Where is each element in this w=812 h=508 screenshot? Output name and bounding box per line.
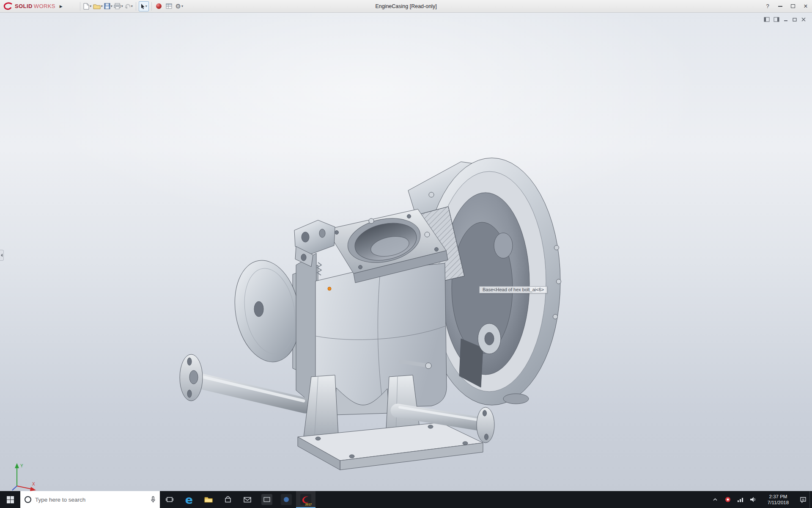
search-input[interactable] — [35, 497, 147, 503]
taskbar-app-mail[interactable] — [238, 491, 257, 508]
store-bag-icon — [225, 496, 231, 503]
doc-restore-button[interactable] — [792, 17, 797, 22]
doc-close-button[interactable] — [801, 17, 806, 22]
taskbar-app-pinned-1[interactable] — [257, 491, 277, 508]
pane-right-button[interactable] — [774, 17, 779, 22]
print-button[interactable]: ▾ — [114, 1, 123, 11]
dropdown-arrow-icon[interactable]: ▾ — [181, 4, 183, 8]
logo-text-works: WORKS — [34, 3, 55, 9]
pane-left-button[interactable] — [764, 17, 770, 22]
network-icon — [737, 497, 744, 502]
dropdown-arrow-icon[interactable]: ▾ — [145, 4, 147, 8]
toolbar-separator — [151, 2, 152, 11]
select-cursor-icon — [140, 3, 145, 9]
tray-chevron-up-button[interactable] — [709, 491, 721, 508]
taskbar-app-store[interactable] — [218, 491, 238, 508]
tray-app-button[interactable] — [721, 491, 734, 508]
maximize-button[interactable] — [787, 0, 799, 13]
select-tool-button[interactable]: ▾ — [139, 1, 149, 11]
task-view-button[interactable] — [160, 491, 179, 508]
network-button[interactable] — [734, 491, 747, 508]
solidworks-logo: SOLIDWORKS — [3, 2, 55, 11]
new-document-icon — [83, 3, 89, 10]
dassault-3ds-logo-icon — [3, 2, 14, 11]
file-explorer-icon — [204, 496, 213, 503]
logo-text-solid: SOLID — [15, 3, 33, 9]
gear-icon: ⚙ — [176, 3, 181, 9]
volume-icon — [750, 497, 757, 502]
clock-date: 7/11/2018 — [768, 500, 789, 505]
hover-point-indicator — [328, 287, 331, 290]
solidworks-version-badge: 2017 — [305, 503, 312, 506]
cortana-icon — [25, 496, 31, 503]
taskbar-clock[interactable]: 2:37 PM 7/11/2018 — [760, 491, 797, 508]
appearance-sphere-icon — [156, 3, 162, 9]
design-table-button[interactable] — [165, 1, 174, 11]
taskbar-app-file-explorer[interactable] — [199, 491, 218, 508]
undo-icon — [124, 3, 131, 9]
tray-app-icon — [725, 497, 731, 502]
doc-close-icon — [801, 17, 806, 22]
minimize-icon — [778, 6, 782, 7]
component-tooltip: Base<Head of hex bolt_ai<6> — [479, 286, 547, 293]
chevron-up-icon — [713, 498, 718, 501]
doc-restore-icon — [792, 17, 797, 22]
save-button[interactable]: ▾ — [104, 1, 113, 11]
doc-minimize-button[interactable] — [783, 17, 788, 22]
pinned-app-icon-1 — [261, 494, 272, 505]
taskbar-app-edge[interactable]: e — [179, 491, 199, 508]
doc-minimize-icon — [783, 17, 788, 22]
pinned-app-icon-2 — [281, 494, 292, 505]
start-button[interactable] — [0, 491, 20, 508]
open-document-button[interactable]: ▾ — [93, 1, 103, 11]
dropdown-arrow-icon[interactable]: ▾ — [131, 4, 133, 8]
taskbar: e — [0, 491, 812, 508]
toolbar-separator — [136, 2, 136, 11]
taskbar-spacer — [315, 491, 709, 508]
taskbar-search[interactable] — [20, 491, 160, 508]
panel-collapse-handle[interactable] — [0, 250, 4, 261]
close-button[interactable]: × — [799, 0, 812, 13]
clock-time: 2:37 PM — [769, 494, 787, 500]
graphics-viewport[interactable]: Base<Head of hex bolt_ai<6> Y X *Dimetri… — [0, 13, 812, 491]
minimize-button[interactable] — [774, 0, 787, 13]
dropdown-arrow-icon[interactable]: ▾ — [111, 4, 112, 8]
volume-button[interactable] — [747, 491, 760, 508]
chevron-left-icon — [1, 254, 3, 257]
options-button[interactable]: ⚙ ▾ — [175, 1, 184, 11]
toolbar-separator — [80, 2, 80, 11]
design-table-icon — [166, 3, 172, 9]
taskbar-app-pinned-2[interactable] — [277, 491, 296, 508]
maximize-icon — [791, 4, 795, 8]
document-window-controls — [764, 17, 806, 22]
open-folder-icon — [93, 3, 101, 9]
dropdown-arrow-icon[interactable]: ▾ — [90, 4, 91, 8]
mail-envelope-icon — [244, 497, 251, 502]
task-view-icon — [166, 497, 173, 502]
action-center-button[interactable] — [797, 491, 809, 508]
pane-right-icon — [774, 17, 779, 22]
titlebar: SOLIDWORKS ▶ ▾ ▾ ▾ — [0, 0, 812, 13]
appearance-button[interactable] — [154, 1, 164, 11]
engine-casing-model[interactable] — [169, 140, 562, 474]
window-controls: ? × — [761, 0, 812, 13]
help-button[interactable]: ? — [761, 0, 774, 13]
toolbar-flyout-arrow-icon[interactable]: ▶ — [60, 4, 63, 8]
windows-logo-icon — [7, 496, 14, 503]
close-icon: × — [804, 3, 807, 10]
edge-icon: e — [185, 494, 193, 505]
front-axle-tube[interactable] — [180, 354, 305, 406]
show-desktop-button[interactable] — [809, 491, 812, 508]
dropdown-arrow-icon[interactable]: ▾ — [121, 4, 123, 8]
taskbar-app-solidworks[interactable]: 2017 — [296, 491, 315, 508]
action-center-icon — [800, 497, 807, 503]
save-floppy-icon — [104, 3, 110, 9]
new-document-button[interactable]: ▾ — [83, 1, 92, 11]
print-icon — [114, 3, 121, 9]
microphone-icon[interactable] — [151, 496, 156, 503]
undo-button[interactable]: ▾ — [124, 1, 133, 11]
axis-y-label: Y — [20, 464, 23, 468]
dropdown-arrow-icon[interactable]: ▾ — [101, 4, 103, 8]
pane-left-icon — [764, 17, 770, 22]
quick-access-toolbar: ▾ ▾ ▾ ▾ ▾ — [78, 1, 184, 11]
